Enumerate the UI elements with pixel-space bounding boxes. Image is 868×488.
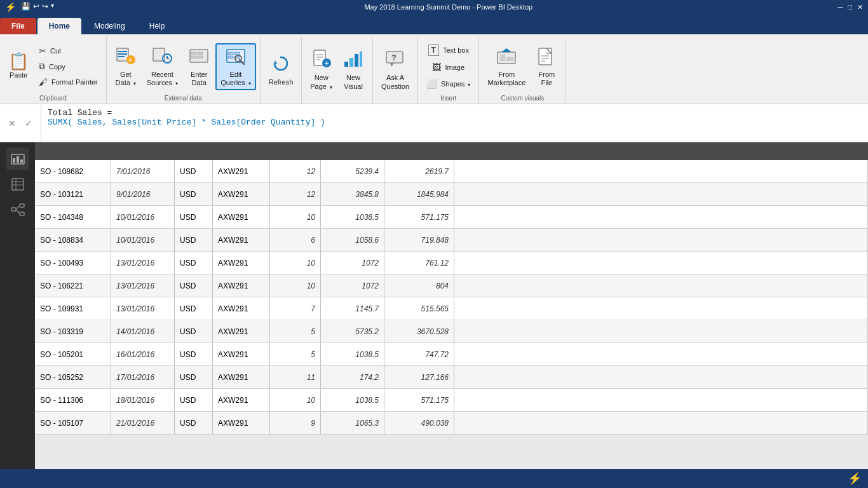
cell-code: AXW291 bbox=[213, 160, 270, 182]
table-body: SO - 108682 7/01/2016 USD AXW291 12 5239… bbox=[35, 160, 868, 435]
cell-extra bbox=[454, 183, 868, 205]
table-row[interactable]: SO - 111306 18/01/2016 USD AXW291 10 103… bbox=[35, 389, 868, 412]
sidebar-icon-report[interactable] bbox=[6, 147, 29, 170]
new-visual-icon bbox=[343, 49, 363, 72]
custom-visuals-buttons: FromMarketplace FromFile bbox=[483, 38, 562, 95]
format-painter-icon: 🖌 bbox=[39, 77, 48, 87]
from-file-button[interactable]: FromFile bbox=[531, 43, 562, 90]
formula-cancel-button[interactable]: ✕ bbox=[5, 116, 19, 130]
ask-question-icon: ? bbox=[385, 49, 405, 72]
ribbon-group-external-data: + GetData ▾ RecentSources ▾ bbox=[107, 37, 261, 104]
cell-so: SO - 108834 bbox=[35, 229, 111, 251]
refresh-icon bbox=[271, 53, 291, 76]
enter-data-button[interactable]: EnterData bbox=[184, 43, 214, 90]
cell-date: 9/01/2016 bbox=[111, 183, 175, 205]
cell-so: SO - 108682 bbox=[35, 160, 111, 182]
ask-question-button[interactable]: ? Ask AQuestion bbox=[377, 46, 414, 93]
svg-rect-53 bbox=[20, 204, 24, 207]
svg-rect-2 bbox=[118, 53, 127, 55]
cell-qty: 11 bbox=[270, 366, 321, 388]
svg-marker-35 bbox=[390, 63, 394, 67]
cell-extra bbox=[454, 274, 868, 297]
text-box-button[interactable]: T Text box bbox=[424, 43, 473, 58]
cell-date: 21/01/2016 bbox=[111, 412, 175, 434]
close-icon[interactable]: ✕ bbox=[857, 3, 863, 11]
data-table-area: SO - 108682 7/01/2016 USD AXW291 12 5239… bbox=[35, 142, 868, 469]
cell-code: AXW291 bbox=[213, 252, 270, 274]
svg-rect-18 bbox=[228, 56, 233, 58]
table-row[interactable]: SO - 108834 10/01/2016 USD AXW291 6 1058… bbox=[35, 229, 868, 252]
copy-button[interactable]: ⧉ Copy bbox=[34, 59, 102, 74]
get-data-icon: + bbox=[116, 46, 136, 69]
cell-qty: 9 bbox=[270, 412, 321, 434]
cell-extra bbox=[454, 229, 868, 251]
text-box-icon: T bbox=[428, 44, 439, 56]
maximize-icon[interactable]: □ bbox=[848, 3, 852, 11]
formula-confirm-button[interactable]: ✓ bbox=[22, 116, 36, 130]
table-row[interactable]: SO - 105107 21/01/2016 USD AXW291 9 1065… bbox=[35, 412, 868, 435]
cell-curr: USD bbox=[175, 160, 213, 182]
ribbon-tabs: File Home Modeling Help bbox=[0, 14, 868, 34]
dropdown-icon[interactable]: ▾ bbox=[51, 2, 54, 12]
recent-sources-icon bbox=[152, 46, 172, 69]
table-row[interactable]: SO - 103121 9/01/2016 USD AXW291 12 3845… bbox=[35, 183, 868, 206]
cut-button[interactable]: ✂ Cut bbox=[34, 44, 102, 58]
cell-date: 16/01/2016 bbox=[111, 343, 175, 365]
svg-rect-32 bbox=[360, 51, 362, 67]
paste-button[interactable]: 📋 Paste bbox=[4, 43, 33, 90]
cell-val2: 571.175 bbox=[384, 389, 454, 411]
cell-val2: 804 bbox=[384, 274, 454, 297]
image-button[interactable]: 🖼 Image bbox=[428, 60, 469, 74]
table-row[interactable]: SO - 106221 13/01/2016 USD AXW291 10 107… bbox=[35, 274, 868, 297]
svg-rect-11 bbox=[191, 52, 196, 55]
save-icon[interactable]: 💾 bbox=[21, 2, 31, 12]
recent-sources-button[interactable]: RecentSources ▾ bbox=[142, 43, 182, 90]
shapes-button[interactable]: ⬜ Shapes ▾ bbox=[422, 77, 475, 91]
edit-queries-button[interactable]: EditQueries ▾ bbox=[215, 43, 256, 90]
table-row[interactable]: SO - 109931 13/01/2016 USD AXW291 7 1145… bbox=[35, 297, 868, 320]
cell-qty: 6 bbox=[270, 229, 321, 251]
cell-so: SO - 105107 bbox=[35, 412, 111, 434]
refresh-button[interactable]: Refresh bbox=[264, 46, 298, 93]
cell-qty: 10 bbox=[270, 389, 321, 411]
ribbon-group-clipboard: 📋 Paste ✂ Cut ⧉ Copy 🖌 Format Painter C bbox=[0, 37, 107, 104]
tab-file[interactable]: File bbox=[0, 18, 36, 34]
new-visual-button[interactable]: NewVisual bbox=[338, 46, 369, 93]
get-data-button[interactable]: + GetData ▾ bbox=[111, 43, 141, 90]
cell-curr: USD bbox=[175, 412, 213, 434]
table-row[interactable]: SO - 103319 14/01/2016 USD AXW291 5 5735… bbox=[35, 320, 868, 343]
new-page-button[interactable]: + NewPage ▾ bbox=[306, 46, 337, 93]
from-marketplace-button[interactable]: FromMarketplace bbox=[483, 43, 530, 90]
format-painter-button[interactable]: 🖌 Format Painter bbox=[34, 75, 102, 89]
table-row[interactable]: SO - 105252 17/01/2016 USD AXW291 11 174… bbox=[35, 366, 868, 389]
svg-rect-38 bbox=[500, 55, 505, 61]
formula-content[interactable]: Total Sales = SUMX( Sales, Sales[Unit Pr… bbox=[41, 104, 868, 142]
cell-curr: USD bbox=[175, 297, 213, 320]
svg-text:?: ? bbox=[391, 53, 397, 62]
table-row[interactable]: SO - 100493 13/01/2016 USD AXW291 10 107… bbox=[35, 252, 868, 274]
sidebar-icon-data[interactable] bbox=[6, 173, 29, 196]
cell-val1: 1065.3 bbox=[321, 412, 384, 434]
format-painter-label: Format Painter bbox=[51, 78, 98, 86]
cell-curr: USD bbox=[175, 229, 213, 251]
cell-date: 13/01/2016 bbox=[111, 274, 175, 297]
tab-home[interactable]: Home bbox=[37, 18, 81, 34]
sidebar-icon-model[interactable] bbox=[6, 198, 29, 221]
svg-rect-14 bbox=[198, 56, 203, 58]
cell-val1: 1038.5 bbox=[321, 343, 384, 365]
svg-rect-46 bbox=[17, 156, 19, 163]
svg-rect-47 bbox=[20, 159, 23, 163]
table-row[interactable]: SO - 104348 10/01/2016 USD AXW291 10 103… bbox=[35, 206, 868, 229]
cell-code: AXW291 bbox=[213, 412, 270, 434]
minimize-icon[interactable]: ─ bbox=[838, 3, 843, 11]
tab-modeling[interactable]: Modeling bbox=[83, 18, 137, 34]
undo-icon[interactable]: ↩ bbox=[33, 2, 39, 12]
cell-qty: 5 bbox=[270, 343, 321, 365]
table-row[interactable]: SO - 108682 7/01/2016 USD AXW291 12 5239… bbox=[35, 160, 868, 183]
svg-rect-29 bbox=[344, 62, 348, 67]
redo-icon[interactable]: ↪ bbox=[42, 2, 48, 12]
window-title: May 2018 Learning Summit Demo - Power BI… bbox=[59, 3, 838, 11]
table-row[interactable]: SO - 105201 16/01/2016 USD AXW291 5 1038… bbox=[35, 343, 868, 366]
tab-help[interactable]: Help bbox=[138, 18, 177, 34]
cell-val2: 761.12 bbox=[384, 252, 454, 274]
